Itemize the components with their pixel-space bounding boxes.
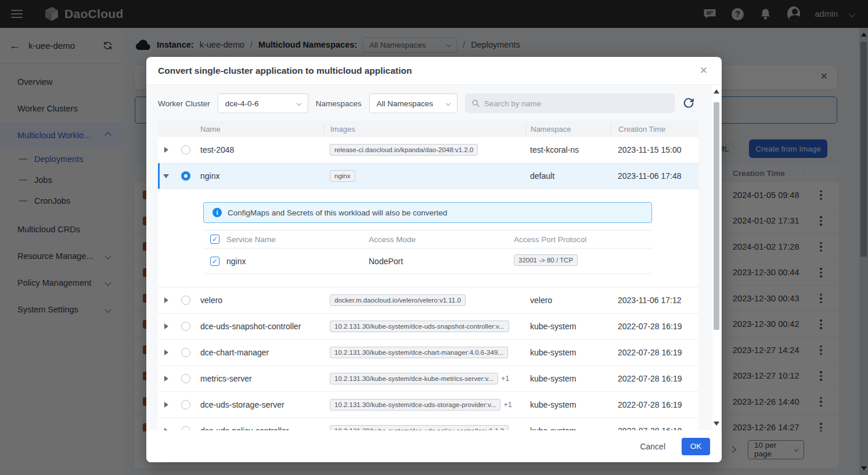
radio-cell[interactable]: [174, 296, 197, 305]
workload-images: release-ci.daocloud.io/kpanda/dao-2048:v…: [323, 144, 525, 156]
workload-images: 10.2.131.30/kube-system/dce-kube-metrics…: [323, 373, 525, 384]
workload-name: dce-uds-policy-controller: [197, 426, 323, 430]
workload-images: 10.2.131.30/kube-system/dce-chart-manage…: [323, 347, 525, 358]
workload-namespace: kube-system: [525, 348, 611, 357]
workload-radio[interactable]: [181, 322, 190, 331]
expand-icon[interactable]: [164, 402, 168, 408]
image-chip: docker.m.daocloud.io/velero/velero:v1.11…: [330, 294, 466, 306]
expand-toggle[interactable]: [158, 323, 174, 329]
expand-toggle[interactable]: [158, 147, 174, 153]
radio-cell[interactable]: [174, 426, 197, 430]
workload-radio[interactable]: [181, 145, 190, 154]
radio-cell[interactable]: [174, 348, 197, 357]
workload-name: metrics-server: [197, 374, 323, 383]
modal-scrollbar[interactable]: [712, 85, 721, 430]
workload-row[interactable]: metrics-server10.2.131.30/kube-system/dc…: [158, 366, 698, 392]
service-checkbox-cell[interactable]: ✓: [203, 257, 226, 266]
column-header-creation-time: Creation Time: [611, 124, 698, 135]
modal-scrollbar-thumb[interactable]: [714, 102, 719, 330]
expand-icon[interactable]: [164, 147, 168, 153]
image-chip: 10.2.131.30/kube-system/dce-kube-metrics…: [330, 373, 498, 384]
workload-radio[interactable]: [181, 296, 190, 305]
expand-icon[interactable]: [164, 297, 168, 303]
select-all-checkbox[interactable]: ✓: [210, 235, 219, 244]
workload-radio[interactable]: [181, 426, 190, 430]
expand-toggle[interactable]: [158, 350, 174, 355]
workload-radio[interactable]: [181, 400, 190, 409]
convert-notice-text: ConfigMaps and Secrets of this workload …: [228, 208, 447, 217]
worker-cluster-caret-icon: [297, 101, 301, 106]
search-icon: [472, 99, 480, 107]
search-box[interactable]: [465, 93, 675, 113]
ok-button[interactable]: OK: [682, 438, 710, 455]
radio-cell[interactable]: [174, 322, 197, 331]
info-icon: i: [213, 208, 222, 217]
radio-cell[interactable]: [174, 171, 197, 181]
workload-images: 10.2.131.30/kube-system/dce-uds-policy-c…: [323, 425, 525, 430]
workload-images: 10.2.131.30/kube-system/dce-uds-snapshot…: [323, 321, 525, 332]
modal-body: Worker Cluster dce-4-0-6 Namespaces All …: [146, 85, 722, 430]
expand-icon[interactable]: [164, 376, 168, 382]
workload-row[interactable]: dce-uds-storage-server10.2.131.30/kube-s…: [158, 392, 698, 418]
modal-scroll-down-icon[interactable]: [714, 422, 719, 426]
expand-toggle[interactable]: [158, 402, 174, 408]
expand-icon[interactable]: [164, 323, 168, 329]
service-select-all-cell[interactable]: ✓: [203, 235, 226, 244]
workload-creation-time: 2022-07-28 16:19: [611, 322, 698, 331]
service-row[interactable]: ✓nginxNodePort32001 -> 80 / TCP: [203, 249, 652, 274]
radio-cell[interactable]: [174, 374, 197, 383]
column-header-name: Name: [197, 125, 323, 134]
access-port-header: Access Port Protocol: [514, 235, 652, 244]
workload-table-header: Name Images Namespace Creation Time: [158, 121, 698, 137]
workload-creation-time: 2023-11-15 15:00: [611, 145, 698, 154]
workload-row[interactable]: dce-uds-snapshot-controller10.2.131.30/k…: [158, 314, 698, 340]
workload-creation-time: 2023-11-06 17:12: [611, 296, 698, 305]
workload-row[interactable]: nginxnginxdefault2023-11-06 17:48: [158, 163, 698, 189]
workload-creation-time: 2022-07-28 16:19: [611, 400, 698, 409]
service-table-header: ✓Service NameAccess ModeAccess Port Prot…: [203, 230, 652, 249]
worker-cluster-selector[interactable]: dce-4-0-6: [218, 93, 308, 113]
modal-close-icon[interactable]: ✕: [697, 64, 710, 77]
modal-scroll-up-icon[interactable]: [714, 89, 719, 93]
image-extra-count: +1: [503, 401, 512, 409]
modal-header: Convert single-cluster application to mu…: [146, 57, 722, 85]
workload-radio[interactable]: [181, 348, 190, 357]
collapse-icon[interactable]: [163, 174, 169, 178]
workload-row[interactable]: dce-chart-manager10.2.131.30/kube-system…: [158, 340, 698, 366]
workload-radio[interactable]: [181, 171, 190, 181]
expand-toggle[interactable]: [158, 376, 174, 382]
workload-expanded-panel: iConfigMaps and Secrets of this workload…: [158, 189, 698, 287]
convert-notice: iConfigMaps and Secrets of this workload…: [203, 202, 652, 223]
search-input[interactable]: [484, 99, 668, 108]
image-extra-count: +1: [501, 375, 509, 383]
modal-refresh-icon[interactable]: [682, 96, 696, 110]
modal-namespace-selector[interactable]: All Namespaces: [369, 93, 458, 113]
cancel-button[interactable]: Cancel: [640, 442, 665, 451]
image-chip: release-ci.daocloud.io/kpanda/dao-2048:v…: [330, 144, 478, 156]
modal-title: Convert single-cluster application to mu…: [158, 66, 412, 76]
image-chip: 10.2.131.30/kube-system/dce-chart-manage…: [330, 347, 508, 358]
radio-cell[interactable]: [174, 400, 197, 409]
workload-name: test-2048: [197, 145, 323, 154]
workload-row[interactable]: velerodocker.m.daocloud.io/velero/velero…: [158, 287, 698, 314]
image-chip: 10.2.131.30/kube-system/dce-uds-snapshot…: [330, 321, 509, 332]
radio-cell[interactable]: [174, 145, 197, 154]
service-table: ✓Service NameAccess ModeAccess Port Prot…: [203, 230, 652, 274]
port-chip: 32001 -> 80 / TCP: [514, 254, 578, 266]
worker-cluster-value: dce-4-0-6: [225, 99, 259, 108]
namespaces-label: Namespaces: [316, 99, 362, 108]
workload-radio[interactable]: [181, 374, 190, 383]
workload-name: dce-chart-manager: [197, 348, 323, 357]
image-chip: nginx: [330, 170, 355, 182]
image-chip: 10.2.131.30/kube-system/dce-uds-policy-c…: [330, 425, 509, 430]
workload-row[interactable]: dce-uds-policy-controller10.2.131.30/kub…: [158, 418, 698, 430]
expand-icon[interactable]: [164, 350, 168, 355]
workload-creation-time: 2022-07-28 16:19: [611, 426, 698, 430]
app-root: DaoCloud ? admin ← k-uee-demo OverviewWo…: [0, 0, 868, 475]
service-checkbox[interactable]: ✓: [210, 257, 219, 266]
expand-toggle[interactable]: [158, 174, 174, 178]
modal-footer: Cancel OK: [146, 430, 722, 462]
workload-row[interactable]: test-2048release-ci.daocloud.io/kpanda/d…: [158, 137, 698, 163]
expand-toggle[interactable]: [158, 297, 174, 303]
convert-modal: Convert single-cluster application to mu…: [146, 57, 722, 462]
